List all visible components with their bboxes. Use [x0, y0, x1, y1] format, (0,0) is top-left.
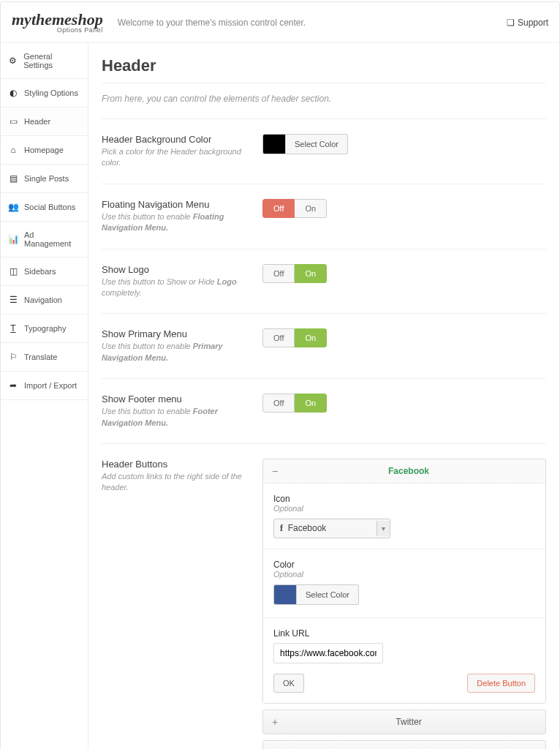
color-hint: Optional	[273, 570, 535, 579]
accordion-header[interactable]: + Google Plus	[263, 741, 545, 749]
welcome-text: Welcome to your theme's mission control …	[118, 18, 507, 28]
brand: mythemeshop Options Panel	[12, 12, 103, 34]
toggle-on[interactable]: On	[295, 328, 327, 347]
toggle-off[interactable]: Off	[262, 394, 295, 413]
support-label: Support	[518, 18, 548, 28]
field-hint: Use this button to Show or Hide Logo com…	[102, 276, 248, 299]
sidebar-item-typography[interactable]: TTypography	[1, 315, 88, 343]
delete-button[interactable]: Delete Button	[467, 674, 535, 693]
field-hint: Use this button to enable Footer Navigat…	[102, 406, 248, 429]
sidebar-item-label: Header	[24, 117, 50, 126]
accordion-header[interactable]: + Twitter	[263, 710, 545, 734]
plus-icon: +	[272, 716, 281, 728]
page-title: Header	[102, 56, 546, 83]
accordion-twitter: + Twitter	[262, 710, 546, 734]
field-header-bg-color: Header Background Color Pick a color for…	[102, 118, 546, 184]
toggle-primary-menu[interactable]: Off On	[262, 328, 327, 347]
sidebar-item-label: General Settings	[23, 52, 80, 69]
field-label: Show Primary Menu	[102, 328, 248, 339]
list-icon: ☰	[8, 295, 18, 305]
gear-icon: ⚙	[8, 56, 18, 66]
file-icon: ▤	[8, 173, 18, 184]
button-color-picker[interactable]: Select Color	[273, 584, 359, 605]
accordion-facebook: − Facebook Icon Optional f Facebook ▾	[262, 459, 546, 704]
select-color-button[interactable]: Select Color	[286, 134, 348, 154]
contrast-icon: ◐	[8, 88, 18, 98]
sidebar-item-label: Single Posts	[24, 174, 69, 183]
toggle-off[interactable]: Off	[262, 328, 295, 347]
accordion-title: Twitter	[281, 717, 537, 727]
arrow-right-icon: ➦	[8, 380, 18, 391]
toggle-off[interactable]: Off	[262, 264, 295, 283]
accordion-header[interactable]: − Facebook	[263, 459, 545, 483]
sidebar-item-label: Homepage	[24, 146, 64, 154]
toggle-on[interactable]: On	[295, 199, 327, 218]
field-label: Header Buttons	[102, 459, 248, 470]
sidebar-item-general[interactable]: ⚙General Settings	[1, 43, 88, 79]
field-footer-menu: Show Footer menu Use this button to enab…	[102, 378, 546, 443]
toggle-floating-nav[interactable]: Off On	[262, 199, 327, 218]
toggle-on[interactable]: On	[295, 264, 327, 283]
toggle-footer-menu[interactable]: Off On	[262, 394, 327, 413]
color-picker[interactable]: Select Color	[262, 134, 348, 154]
accordion-google-plus: + Google Plus	[262, 740, 546, 749]
sidebar-item-label: Typography	[24, 324, 66, 333]
color-swatch	[273, 584, 297, 605]
sidebar-item-import-export[interactable]: ➦Import / Export	[1, 372, 88, 400]
color-label: Color	[273, 560, 535, 570]
sidebar-item-label: Navigation	[24, 296, 62, 304]
icon-label: Icon	[273, 494, 535, 504]
accordion-title: Facebook	[281, 466, 537, 476]
sidebar-item-label: Styling Options	[24, 89, 78, 97]
topbar: mythemeshop Options Panel Welcome to you…	[1, 2, 559, 43]
toggle-off[interactable]: Off	[262, 199, 295, 218]
columns-icon: ◫	[8, 266, 18, 276]
accordion-body: Icon Optional f Facebook ▾ Color Optiona…	[263, 483, 545, 703]
sidebar-item-label: Social Buttons	[24, 203, 75, 211]
field-hint: Use this button to enable Floating Navig…	[102, 211, 248, 234]
minus-icon: −	[272, 465, 281, 477]
field-label: Header Background Color	[102, 134, 248, 145]
sidebar-item-label: Sidebars	[24, 267, 56, 276]
field-label: Show Footer menu	[102, 394, 248, 404]
sidebar: ⚙General Settings ◐Styling Options ▭Head…	[1, 43, 88, 749]
chart-icon: 📊	[8, 234, 18, 244]
sidebar-item-homepage[interactable]: ⌂Homepage	[1, 136, 88, 165]
sidebar-item-label: Ad Management	[24, 230, 80, 248]
dropdown-value: Facebook	[288, 523, 327, 533]
sidebar-item-translate[interactable]: ⚐Translate	[1, 343, 88, 372]
toggle-on[interactable]: On	[295, 394, 327, 413]
field-primary-menu: Show Primary Menu Use this button to ena…	[102, 313, 546, 378]
support-link[interactable]: ❏ Support	[507, 18, 548, 28]
icon-hint: Optional	[273, 504, 535, 513]
url-label: Link URL	[273, 628, 535, 639]
sidebar-item-sidebars[interactable]: ◫Sidebars	[1, 257, 88, 286]
field-hint: Use this button to enable Primary Naviga…	[102, 341, 248, 364]
card-icon: ▭	[8, 116, 18, 127]
sidebar-item-ad[interactable]: 📊Ad Management	[1, 222, 88, 257]
color-swatch	[262, 134, 286, 154]
page-description: From here, you can control the elements …	[102, 94, 546, 104]
sidebar-item-social[interactable]: 👥Social Buttons	[1, 193, 88, 222]
toggle-show-logo[interactable]: Off On	[262, 264, 327, 283]
sidebar-item-label: Translate	[24, 353, 57, 361]
field-label: Show Logo	[102, 264, 248, 275]
sidebar-item-styling[interactable]: ◐Styling Options	[1, 79, 88, 108]
field-hint: Pick a color for the Header background c…	[102, 146, 248, 169]
sidebar-item-single-posts[interactable]: ▤Single Posts	[1, 165, 88, 193]
sidebar-item-navigation[interactable]: ☰Navigation	[1, 286, 88, 315]
field-hint: Add custom links to the right side of th…	[102, 471, 248, 494]
field-floating-nav: Floating Navigation Menu Use this button…	[102, 184, 546, 249]
field-label: Floating Navigation Menu	[102, 199, 248, 210]
link-url-input[interactable]	[273, 643, 383, 663]
sidebar-item-label: Import / Export	[24, 381, 77, 390]
users-icon: 👥	[8, 202, 18, 212]
icon-dropdown[interactable]: f Facebook ▾	[273, 519, 390, 538]
ok-button[interactable]: OK	[273, 674, 304, 693]
sidebar-item-header[interactable]: ▭Header	[1, 108, 88, 136]
field-show-logo: Show Logo Use this button to Show or Hid…	[102, 249, 546, 314]
brand-name: mythemeshop	[12, 12, 103, 28]
select-color-button[interactable]: Select Color	[297, 584, 359, 605]
field-header-buttons: Header Buttons Add custom links to the r…	[102, 443, 546, 749]
chevron-down-icon: ▾	[377, 521, 390, 536]
